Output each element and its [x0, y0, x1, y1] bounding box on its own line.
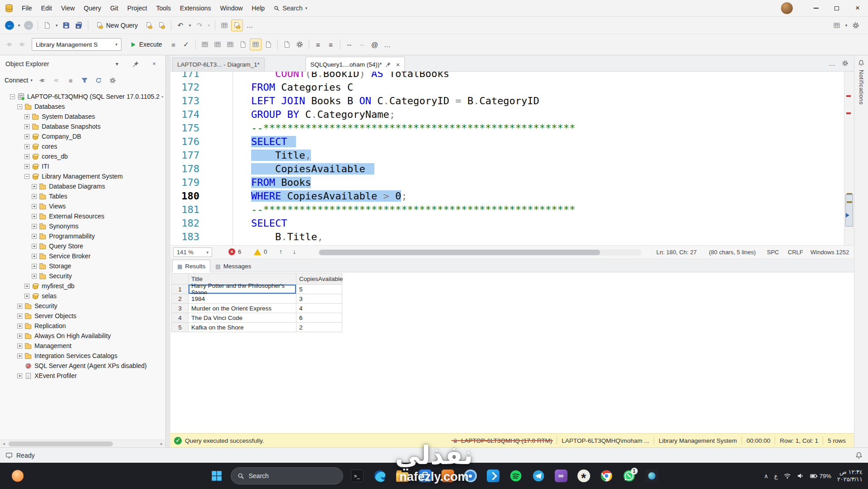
decrease-indent-icon[interactable]: ≡ [312, 39, 324, 50]
expand-icon[interactable]: + [24, 294, 29, 299]
tree-item[interactable]: +selas [0, 291, 165, 301]
tab-diagram[interactable]: LAPTOP-6LT3... - Diagram_1* [172, 58, 265, 71]
scrollbar-thumb[interactable] [319, 250, 600, 255]
tree-item[interactable]: +Tables [0, 191, 165, 201]
expand-icon[interactable]: + [17, 324, 22, 329]
collapse-icon[interactable]: − [24, 174, 29, 179]
tree-item[interactable]: +cores_db [0, 151, 165, 161]
tree-item[interactable]: +Database Snapshots [0, 121, 165, 131]
open-file-icon[interactable] [156, 19, 168, 31]
expand-icon[interactable]: + [17, 304, 22, 309]
chrome-icon[interactable] [598, 467, 615, 484]
encoding-indicator[interactable]: Windows 1252 [810, 249, 849, 256]
tab-messages[interactable]: ▤Messages [210, 260, 256, 272]
row-number[interactable]: 4 [172, 313, 189, 323]
tree-item[interactable]: +Always On High Availability [0, 331, 165, 341]
tree-item[interactable]: +Views [0, 201, 165, 211]
template-parameters-icon[interactable]: @ [369, 39, 381, 50]
expand-icon[interactable]: + [24, 284, 29, 289]
menu-item-file[interactable]: File [17, 0, 37, 16]
tree-item[interactable]: +System Databases [0, 111, 165, 121]
space-indicator[interactable]: SPC [767, 249, 779, 256]
line-number[interactable]: 177 [170, 149, 199, 162]
row-number[interactable]: 1 [172, 285, 189, 294]
window-position-chevron-icon[interactable]: ▾ [111, 58, 123, 70]
language-indicator[interactable]: ع [774, 473, 778, 479]
disconnect-icon[interactable] [52, 76, 61, 85]
notifications-strip[interactable]: Notifications [854, 55, 868, 447]
close-panel-icon[interactable]: × [148, 58, 160, 70]
grid-corner-cell[interactable] [172, 274, 189, 285]
compare-chevron[interactable]: ▾ [844, 19, 849, 31]
refresh-icon[interactable] [94, 76, 103, 85]
options-icon[interactable] [108, 76, 117, 85]
forward-icon[interactable]: → [23, 19, 34, 31]
grid-cell[interactable]: The Da Vinci Code [189, 313, 296, 323]
line-number[interactable]: 172 [170, 81, 199, 94]
menu-item-query[interactable]: Query [79, 0, 106, 16]
tree-item[interactable]: −LAPTOP-6LT3QMHQ (SQL Server 17.0.1105.2… [0, 92, 165, 102]
scroll-right-icon[interactable]: ▸ [158, 441, 165, 446]
file-explorer-icon[interactable] [394, 467, 411, 484]
tree-item[interactable]: SQL Server Agent (Agent XPs disabled) [0, 361, 165, 371]
previous-issue-icon[interactable]: ↑ [279, 248, 282, 255]
toolbar2-options-icon[interactable]: … [382, 39, 393, 50]
live-query-statistics-icon[interactable] [212, 39, 223, 50]
expand-icon[interactable]: + [32, 194, 37, 199]
menu-item-project[interactable]: Project [123, 0, 152, 16]
tree-item[interactable]: −Databases [0, 102, 165, 111]
expand-icon[interactable]: + [17, 344, 22, 349]
terminal-icon[interactable]: >_ [349, 467, 366, 484]
expand-icon[interactable]: + [32, 264, 37, 269]
pin-icon[interactable] [385, 62, 391, 68]
expand-icon[interactable]: + [24, 164, 29, 169]
undo-icon[interactable]: ↶ [175, 19, 186, 31]
grid-cell[interactable]: 2 [296, 323, 342, 332]
tree-item[interactable]: +Service Broker [0, 251, 165, 261]
line-number[interactable]: 183 [170, 230, 199, 244]
widgets-icon[interactable] [12, 470, 24, 482]
menu-item-view[interactable]: View [57, 0, 79, 16]
maximize-button[interactable] [826, 0, 847, 16]
menu-item-window[interactable]: Window [216, 0, 247, 16]
visual-studio-icon[interactable]: ∞ [553, 467, 570, 484]
column-header-copiesavailable[interactable]: CopiesAvailable [296, 274, 342, 285]
sqlcmd-mode-icon[interactable] [281, 39, 293, 50]
expand-icon[interactable]: + [32, 244, 37, 249]
new-file-icon[interactable] [41, 19, 53, 31]
notifications-bell-icon[interactable] [855, 452, 863, 459]
actual-plan-icon[interactable] [224, 39, 236, 50]
database-selector[interactable]: Library Management S▾ [32, 38, 121, 51]
line-number[interactable]: 178 [170, 162, 199, 176]
redo-icon[interactable]: ↷ [194, 19, 205, 31]
spotify-icon[interactable] [507, 467, 524, 484]
tree-item[interactable]: +Security [0, 271, 165, 281]
menu-item-git[interactable]: Git [106, 0, 123, 16]
tree-item[interactable]: +Programmability [0, 231, 165, 241]
next-issue-icon[interactable]: ↓ [293, 248, 296, 255]
expand-icon[interactable]: + [17, 314, 22, 319]
collapse-icon[interactable]: − [10, 94, 15, 99]
wifi-icon[interactable] [784, 472, 791, 479]
filter-icon[interactable] [80, 76, 89, 85]
scroll-left-icon[interactable]: ◂ [0, 441, 8, 446]
back-history-chevron[interactable]: ▾ [16, 19, 22, 31]
expand-icon[interactable]: + [17, 353, 22, 358]
taskbar-search[interactable]: Search [231, 467, 343, 484]
grid-cell[interactable]: Kafka on the Shore [189, 323, 296, 332]
tree-item[interactable]: +Server Objects [0, 311, 165, 321]
scrollbar-thumb[interactable] [845, 194, 853, 227]
compare-files-icon[interactable] [831, 19, 843, 31]
tree-item[interactable]: +Storage [0, 261, 165, 271]
grid-cell[interactable]: Murder on the Orient Express [189, 304, 296, 313]
row-number[interactable]: 2 [172, 294, 189, 304]
warning-count[interactable]: 0 [254, 248, 267, 255]
menu-item-edit[interactable]: Edit [37, 0, 57, 16]
results-to-grid-icon[interactable] [250, 39, 262, 50]
save-all-icon[interactable] [73, 19, 85, 31]
editor-settings-icon[interactable] [842, 60, 849, 67]
row-number[interactable]: 5 [172, 323, 189, 332]
change-connection-icon[interactable] [16, 39, 28, 50]
eol-indicator[interactable]: CRLF [788, 249, 803, 256]
collapse-icon[interactable]: − [17, 104, 22, 109]
